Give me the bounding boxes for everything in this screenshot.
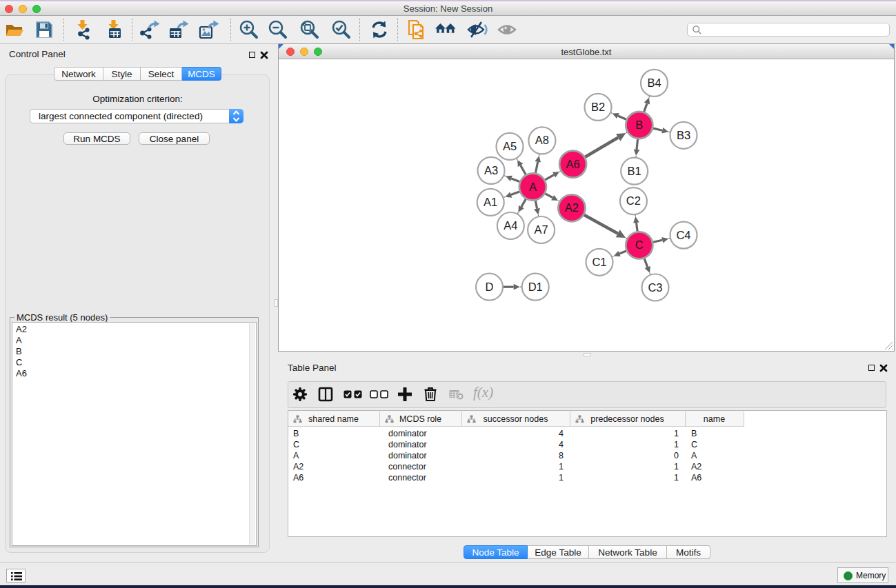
svg-text:C4: C4 — [676, 229, 690, 241]
svg-text:A5: A5 — [503, 140, 517, 152]
svg-text:D: D — [486, 281, 494, 293]
svg-text:A3: A3 — [484, 164, 498, 176]
svg-text:A7: A7 — [535, 223, 548, 236]
svg-text:C1: C1 — [592, 256, 606, 268]
svg-text:A6: A6 — [566, 158, 580, 170]
svg-text:A1: A1 — [484, 196, 497, 208]
svg-text:B1: B1 — [628, 165, 641, 177]
svg-text:C: C — [635, 239, 644, 251]
svg-text:A8: A8 — [535, 134, 549, 146]
svg-text:A: A — [529, 181, 537, 193]
svg-text:B4: B4 — [647, 77, 661, 89]
svg-text:A4: A4 — [504, 219, 517, 232]
svg-text:C2: C2 — [626, 194, 641, 207]
svg-text:C3: C3 — [648, 281, 662, 294]
svg-text:B: B — [635, 119, 643, 131]
svg-text:A2: A2 — [565, 201, 579, 214]
svg-text:D1: D1 — [528, 281, 543, 293]
svg-text:B2: B2 — [591, 101, 605, 113]
svg-text:B3: B3 — [677, 129, 690, 141]
